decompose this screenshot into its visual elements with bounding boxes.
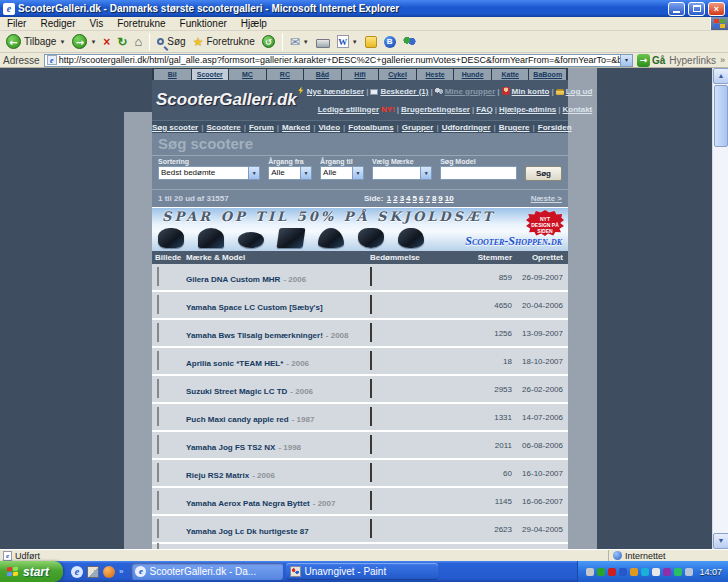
start-button[interactable]: start: [0, 561, 63, 582]
menu-filer[interactable]: Filer: [0, 18, 33, 29]
tray-icon-10[interactable]: [685, 568, 693, 576]
page-link-1[interactable]: 1: [387, 194, 391, 203]
go-button[interactable]: → Gå: [637, 54, 665, 67]
tray-icon-8[interactable]: [663, 568, 671, 576]
search-submit-button[interactable]: Søg: [525, 166, 562, 181]
print-button[interactable]: [314, 36, 332, 48]
tray-icon-2[interactable]: [597, 568, 605, 576]
forward-dropdown-icon[interactable]: ▼: [90, 39, 96, 45]
tab-cykel[interactable]: Cykel: [379, 69, 416, 80]
scooter-thumbnail[interactable]: [157, 379, 159, 398]
link-log-ud[interactable]: Log ud: [566, 87, 593, 96]
menu-foretrukne[interactable]: Foretrukne: [110, 18, 172, 29]
link-beskeder-1-[interactable]: Beskeder (1): [380, 87, 428, 96]
scooter-name-link[interactable]: Yamaha Jog Lc Dk hurtigeste 87: [186, 527, 309, 536]
scooter-name-link[interactable]: Yamaha Space LC Custom [Sæby's]: [186, 303, 323, 312]
link-nye-hændelser[interactable]: Nye hændelser: [307, 87, 364, 96]
tab-rc[interactable]: RC: [267, 69, 304, 80]
scooter-name-link[interactable]: Puch Maxi candy apple red: [186, 415, 289, 424]
scooter-name-link[interactable]: Aprilia sonic *TEAM HEL*: [186, 359, 283, 368]
forward-button[interactable]: → ▼: [70, 34, 98, 49]
scooter-thumbnail[interactable]: [157, 519, 159, 538]
menu-vis[interactable]: Vis: [82, 18, 110, 29]
next-page-link[interactable]: Næste >: [531, 194, 562, 203]
tab-hunde[interactable]: Hunde: [454, 69, 491, 80]
scooter-thumbnail[interactable]: [157, 435, 159, 454]
stop-button[interactable]: ×: [101, 35, 112, 49]
page-link-8[interactable]: 8: [432, 194, 436, 203]
year-from-select[interactable]: Alle▼: [268, 166, 312, 180]
history-button[interactable]: ↺: [260, 35, 277, 48]
vertical-scrollbar[interactable]: ▲ ▼: [712, 68, 728, 549]
link-faq[interactable]: FAQ: [476, 105, 492, 114]
tab-scooter[interactable]: Scooter: [192, 69, 229, 80]
bluetooth-button[interactable]: B: [382, 36, 398, 48]
page-link-9[interactable]: 9: [438, 194, 442, 203]
show-desktop-icon[interactable]: [87, 566, 99, 578]
link-hjælpe-admins[interactable]: Hjælpe-admins: [499, 105, 556, 114]
close-button[interactable]: ×: [708, 2, 725, 16]
nav-brugere[interactable]: Brugere: [499, 123, 530, 132]
scooter-thumbnail[interactable]: [157, 491, 159, 510]
quicklaunch-media-icon[interactable]: [103, 566, 115, 578]
nav-søg-scooter[interactable]: Søg scooter: [152, 123, 198, 132]
task-button-unavngivet-paint[interactable]: Unavngivet - Paint: [286, 563, 438, 580]
link-min-konto[interactable]: Min konto: [512, 87, 550, 96]
mail-dropdown-icon[interactable]: ▼: [303, 39, 309, 45]
tab-bil[interactable]: Bil: [154, 69, 191, 80]
quicklaunch-overflow-icon[interactable]: »: [119, 567, 123, 576]
nav-grupper[interactable]: Grupper: [402, 123, 434, 132]
tab-hifi[interactable]: Hifi: [342, 69, 379, 80]
scroll-down-icon[interactable]: ▼: [713, 533, 728, 549]
ad-banner[interactable]: SPAR OP TIL 50% PÅ SKJOLDSÆT Scooter-Sho…: [152, 207, 568, 251]
link-brugerbetingelser[interactable]: Brugerbetingelser: [401, 105, 470, 114]
links-chevron-icon[interactable]: »: [720, 55, 725, 65]
scooter-name-link[interactable]: Yamaha Aerox Pata Negra Byttet: [186, 499, 310, 508]
scooter-name-link[interactable]: Rieju RS2 Matrix: [186, 471, 249, 480]
page-link-2[interactable]: 2: [393, 194, 397, 203]
page-link-6[interactable]: 6: [419, 194, 423, 203]
tray-icon-9[interactable]: [674, 568, 682, 576]
page-link-7[interactable]: 7: [425, 194, 429, 203]
nav-marked[interactable]: Marked: [282, 123, 310, 132]
menu-funktioner[interactable]: Funktioner: [173, 18, 234, 29]
site-logo[interactable]: ScooterGalleri.dk: [156, 82, 297, 118]
maximize-button[interactable]: [688, 2, 705, 16]
tray-icon-4[interactable]: [619, 568, 627, 576]
mail-button[interactable]: ✉▼: [288, 35, 311, 49]
tab-baboom[interactable]: BaBoom: [529, 69, 566, 80]
back-dropdown-icon[interactable]: ▼: [59, 39, 65, 45]
home-button[interactable]: ⌂: [132, 35, 144, 49]
scooter-thumbnail[interactable]: [157, 463, 159, 482]
scooter-name-link[interactable]: Yamaha Bws Tilsalg bemærkninger!: [186, 331, 323, 340]
page-link-3[interactable]: 3: [400, 194, 404, 203]
tray-icon-1[interactable]: [586, 568, 594, 576]
tab-katte[interactable]: Katte: [492, 69, 529, 80]
link-kontakt[interactable]: Kontakt: [563, 105, 593, 114]
tray-icon-5[interactable]: [630, 568, 638, 576]
refresh-button[interactable]: ↻: [115, 35, 129, 49]
address-input[interactable]: [59, 55, 620, 66]
scooter-thumbnail[interactable]: [157, 323, 159, 342]
edit-button[interactable]: W▼: [335, 35, 360, 48]
menu-hjælp[interactable]: Hjælp: [234, 18, 274, 29]
tab-heste[interactable]: Heste: [417, 69, 454, 80]
nav-fotoalbums[interactable]: Fotoalbums: [348, 123, 393, 132]
menu-rediger[interactable]: Rediger: [33, 18, 82, 29]
address-dropdown-icon[interactable]: ▾: [620, 55, 632, 66]
nav-scootere[interactable]: Scootere: [206, 123, 240, 132]
favorites-button[interactable]: ★Foretrukne: [191, 35, 257, 49]
nav-udfordringer[interactable]: Udfordringer: [442, 123, 491, 132]
link-ledige-stillinger[interactable]: Ledige stillinger: [318, 105, 379, 114]
scrollbar-thumb[interactable]: [714, 85, 728, 147]
scooter-thumbnail[interactable]: [157, 351, 159, 370]
model-input[interactable]: [440, 166, 517, 180]
scooter-name-link[interactable]: Gilera DNA Custom MHR: [186, 275, 280, 284]
page-link-4[interactable]: 4: [406, 194, 410, 203]
link-mine-grupper[interactable]: Mine grupper: [445, 87, 496, 96]
sorting-select[interactable]: Bedst bedømte▼: [158, 166, 260, 180]
tray-icon-3[interactable]: [608, 568, 616, 576]
contacts-button[interactable]: [401, 36, 418, 48]
page-link-10[interactable]: 10: [445, 194, 454, 203]
scooter-thumbnail[interactable]: [157, 407, 159, 426]
